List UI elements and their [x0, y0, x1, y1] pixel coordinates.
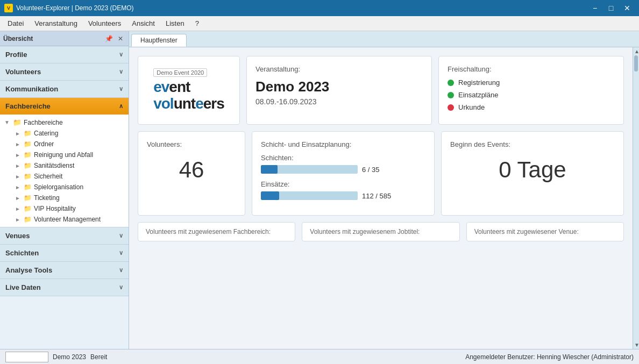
status-ready: Bereit: [90, 353, 107, 361]
tree-arrow-icon: ►: [15, 163, 22, 169]
subfolder-icon: 📁: [24, 216, 32, 223]
list-item[interactable]: ► 📁 Volunteer Management: [0, 214, 129, 225]
bottom-info-fachbereich: Volunteers mit zugewiesenem Fachbereich:: [138, 222, 295, 241]
tree-arrow-icon: ►: [15, 141, 22, 147]
sidebar-title: Übersicht: [3, 35, 33, 42]
einsaetze-value: 112 / 585: [362, 192, 391, 200]
schichten-label: Schichten:: [261, 154, 425, 162]
close-button[interactable]: ✕: [620, 2, 635, 14]
title-bar-title: Volunteer-Explorer | Demo 2023 (DEMO): [16, 4, 134, 12]
event-begin-days: 0 Tage: [450, 157, 615, 183]
tree-item-label: Spielorganisation: [34, 183, 83, 191]
sidebar-section-header-kommunikation[interactable]: Kommunikation ∨: [0, 81, 129, 97]
scroll-thumb-area: [634, 54, 638, 342]
content-area: Hauptfenster Demo Event 2020 event volun…: [129, 31, 639, 349]
sidebar-section-analysetools: Analyse Tools ∨: [0, 262, 129, 279]
tab-label: Hauptfenster: [140, 37, 178, 44]
freischaltung-label-urkunde: Urkunde: [458, 103, 485, 111]
bottom-info-jobtitel: Volunteers mit zugewiesenem Jobtitel:: [302, 222, 459, 241]
tree-arrow-icon: ►: [15, 184, 22, 190]
event-card: Veranstaltung: Demo 2023 08.09.-16.09.20…: [246, 56, 432, 125]
sidebar-section-header-volunteers[interactable]: Volunteers ∨: [0, 63, 129, 80]
main-layout: Übersicht 📌 ✕ Profile ∨ Volunteers ∨: [0, 31, 639, 349]
tree-item-label: Catering: [34, 130, 58, 137]
menu-volunteers[interactable]: Volunteers: [83, 17, 126, 30]
tab-hauptfenster[interactable]: Hauptfenster: [131, 34, 187, 47]
bottom-info-label-venue: Volunteers mit zugewiesener Venue:: [474, 228, 579, 235]
status-bar-left: Demo 2023 Bereit: [5, 352, 107, 362]
status-dot-red: [448, 104, 454, 111]
event-card-title: Veranstaltung:: [255, 65, 423, 73]
tree-arrow-icon: ►: [15, 174, 22, 180]
sidebar-section-venues: Venues ∨: [0, 227, 129, 245]
tree-arrow-icon: ►: [15, 206, 22, 212]
top-cards-row: Demo Event 2020 event volunteers Veranst…: [138, 56, 624, 125]
sidebar-section-schichten: Schichten ∨: [0, 245, 129, 262]
status-event: Demo 2023: [53, 353, 86, 361]
bottom-info-row: Volunteers mit zugewiesenem Fachbereich:…: [138, 222, 624, 241]
scroll-down-button[interactable]: ▼: [634, 342, 638, 348]
tree-arrow-icon: ►: [15, 131, 22, 137]
sidebar-section-label-fachbereiche: Fachbereiche: [5, 102, 51, 110]
sidebar-section-header-analysetools[interactable]: Analyse Tools ∨: [0, 262, 129, 279]
tree-arrow-icon: ►: [15, 217, 22, 223]
list-item[interactable]: ► 📁 Catering: [0, 128, 129, 139]
menu-datei[interactable]: Datei: [2, 17, 29, 30]
content-wrapper: Demo Event 2020 event volunteers Veranst…: [129, 47, 639, 349]
minimize-button[interactable]: −: [587, 2, 602, 14]
tree-expand-icon: ▼: [4, 119, 11, 125]
sidebar-section-header-venues[interactable]: Venues ∨: [0, 227, 129, 244]
schichten-section: Schichten: 6 / 35: [261, 154, 425, 174]
list-item[interactable]: ► 📁 Reinigung und Abfall: [0, 149, 129, 160]
sidebar-pin-button[interactable]: 📌: [104, 34, 113, 44]
bottom-info-venue: Volunteers mit zugewiesener Venue:: [466, 222, 624, 241]
list-item[interactable]: ► 📁 VIP Hospitality: [0, 203, 129, 214]
subfolder-icon: 📁: [24, 173, 32, 180]
sidebar-section-header-livedaten[interactable]: Live Daten ∨: [0, 279, 129, 296]
maximize-button[interactable]: □: [604, 2, 619, 14]
menu-listen[interactable]: Listen: [160, 17, 190, 30]
bottom-info-label-jobtitel: Volunteers mit zugewiesenem Jobtitel:: [310, 228, 420, 235]
sidebar-section-header-schichten[interactable]: Schichten ∨: [0, 245, 129, 261]
tree-arrow-icon: ►: [15, 152, 22, 158]
list-item[interactable]: ► 📁 Sicherheit: [0, 171, 129, 182]
status-search-input[interactable]: [5, 352, 48, 362]
menu-help[interactable]: ?: [190, 17, 204, 30]
sidebar: Übersicht 📌 ✕ Profile ∨ Volunteers ∨: [0, 31, 129, 349]
sidebar-content: Profile ∨ Volunteers ∨ Kommunikation ∨: [0, 46, 129, 349]
scroll-up-button[interactable]: ▲: [634, 48, 638, 54]
bottom-info-label-fachbereich: Volunteers mit zugewiesenem Fachbereich:: [146, 228, 271, 235]
menu-ansicht[interactable]: Ansicht: [126, 17, 160, 30]
volunteers-card: Volunteers: 46: [138, 131, 245, 216]
freischaltung-item-urkunde: Urkunde: [448, 103, 615, 111]
chevron-down-icon: ∨: [119, 267, 123, 274]
list-item[interactable]: ► 📁 Ordner: [0, 139, 129, 149]
tree-item-label: Sicherheit: [34, 173, 62, 180]
app-icon: V: [4, 4, 13, 12]
list-item[interactable]: ► 📁 Spielorganisation: [0, 182, 129, 192]
sidebar-section-label-analysetools: Analyse Tools: [5, 266, 52, 274]
freischaltung-label-registrierung: Registrierung: [458, 78, 500, 87]
tree-item-label: Ordner: [34, 140, 54, 148]
title-bar: V Volunteer-Explorer | Demo 2023 (DEMO) …: [0, 0, 639, 16]
list-item[interactable]: ► 📁 Ticketing: [0, 192, 129, 203]
sidebar-close-button[interactable]: ✕: [116, 34, 125, 44]
bottom-cards-row: Volunteers: 46 Schicht- und Einsatzplanu…: [138, 131, 624, 216]
list-item[interactable]: ► 📁 Sanitätsdienst: [0, 160, 129, 171]
scroll-thumb[interactable]: [634, 55, 638, 72]
tree-root: ▼ 📁 Fachbereiche: [0, 117, 129, 128]
event-begin-card: Beginn des Events: 0 Tage: [441, 131, 624, 216]
sidebar-section-kommunikation: Kommunikation ∨: [0, 81, 129, 98]
sidebar-section-header-fachbereiche[interactable]: Fachbereiche ∧: [0, 98, 129, 115]
subfolder-icon: 📁: [24, 130, 32, 137]
tree-container: ▼ 📁 Fachbereiche ► 📁 Catering ► 📁 Ordner: [0, 115, 129, 227]
logo-tag: Demo Event 2020: [153, 68, 207, 77]
sidebar-section-livedaten: Live Daten ∨: [0, 279, 129, 296]
event-begin-card-title: Beginn des Events:: [450, 140, 615, 148]
chevron-down-icon: ∨: [119, 249, 123, 256]
sidebar-section-header-profile[interactable]: Profile ∨: [0, 46, 129, 63]
chevron-up-icon: ∧: [119, 103, 123, 110]
menu-bar: Datei Veranstaltung Volunteers Ansicht L…: [0, 16, 639, 31]
status-dot-green: [448, 92, 454, 98]
menu-veranstaltung[interactable]: Veranstaltung: [29, 17, 83, 30]
